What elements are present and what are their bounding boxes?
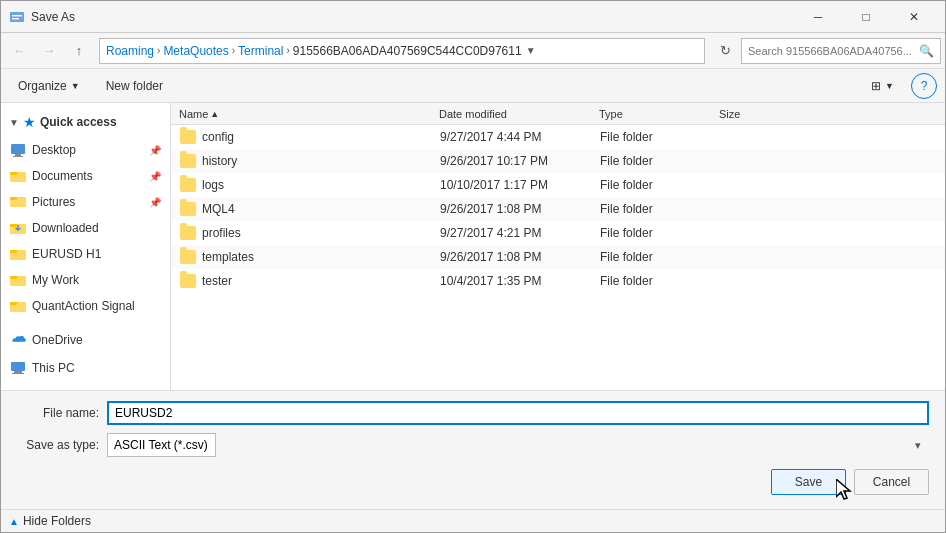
col-name-label: Name (179, 108, 208, 120)
mywork-folder-icon (10, 272, 26, 288)
table-row[interactable]: tester 10/4/2017 1:35 PM File folder (171, 269, 945, 293)
search-input[interactable] (748, 45, 919, 57)
eurusd-folder-icon (10, 246, 26, 262)
sidebar-thispc-label: This PC (32, 361, 161, 375)
folder-icon (180, 274, 196, 288)
table-row[interactable]: history 9/26/2017 10:17 PM File folder (171, 149, 945, 173)
dialog-icon (9, 9, 25, 25)
svg-rect-20 (12, 373, 24, 374)
sidebar-documents-label: Documents (32, 169, 143, 183)
col-name-header[interactable]: Name ▲ (179, 108, 439, 120)
file-date: 9/27/2017 4:44 PM (440, 130, 600, 144)
documents-pin-icon: 📌 (149, 171, 161, 182)
savetype-wrapper: ASCII Text (*.csv) (107, 433, 929, 457)
help-button[interactable]: ? (911, 73, 937, 99)
hide-folders-label: Hide Folders (23, 514, 91, 528)
file-type: File folder (600, 250, 720, 264)
breadcrumb-dropdown-icon[interactable]: ▼ (526, 45, 536, 56)
sidebar-item-pictures[interactable]: Pictures 📌 (1, 189, 170, 215)
forward-button[interactable]: → (35, 37, 63, 65)
maximize-button[interactable]: □ (843, 2, 889, 32)
table-row[interactable]: profiles 9/27/2017 4:21 PM File folder (171, 221, 945, 245)
file-name: tester (202, 274, 232, 288)
breadcrumb-guid[interactable]: 915566BA06ADA407569C544CC0D97611 (293, 44, 522, 58)
file-date: 9/26/2017 1:08 PM (440, 250, 600, 264)
organize-button[interactable]: Organize ▼ (9, 73, 89, 99)
breadcrumb-metaquotes[interactable]: MetaQuotes (163, 44, 228, 58)
sidebar-onedrive-label: OneDrive (32, 333, 161, 347)
organize-label: Organize (18, 79, 67, 93)
desktop-pin-icon: 📌 (149, 145, 161, 156)
folder-icon (180, 250, 196, 264)
file-pane: Name ▲ Date modified Type Size config 9/… (171, 103, 945, 390)
breadcrumb-roaming[interactable]: Roaming (106, 44, 154, 58)
file-list-header: Name ▲ Date modified Type Size (171, 103, 945, 125)
svg-rect-9 (10, 197, 17, 200)
breadcrumb-sep2: › (232, 45, 235, 56)
sidebar-item-mywork[interactable]: My Work (1, 267, 170, 293)
svg-rect-3 (11, 144, 25, 154)
table-row[interactable]: logs 10/10/2017 1:17 PM File folder (171, 173, 945, 197)
save-as-dialog: Save As ─ □ ✕ ← → ↑ Roaming › MetaQuotes… (0, 0, 946, 533)
file-type: File folder (600, 178, 720, 192)
pictures-icon (10, 194, 26, 210)
bottom-panel: File name: Save as type: ASCII Text (*.c… (1, 390, 945, 509)
file-type: File folder (600, 202, 720, 216)
table-row[interactable]: templates 9/26/2017 1:08 PM File folder (171, 245, 945, 269)
svg-rect-18 (11, 362, 25, 371)
hide-folders-chevron-icon: ▲ (9, 516, 19, 527)
file-type: File folder (600, 130, 720, 144)
up-button[interactable]: ↑ (65, 37, 93, 65)
file-date: 10/4/2017 1:35 PM (440, 274, 600, 288)
breadcrumb-terminal[interactable]: Terminal (238, 44, 283, 58)
col-type-header[interactable]: Type (599, 108, 719, 120)
cancel-button[interactable]: Cancel (854, 469, 929, 495)
quick-access-header[interactable]: ▼ ★ Quick access (1, 109, 170, 135)
svg-rect-2 (12, 18, 19, 20)
breadcrumb-sep1: › (157, 45, 160, 56)
form-buttons: Save Cancel (17, 465, 929, 499)
back-button[interactable]: ← (5, 37, 33, 65)
new-folder-label: New folder (106, 79, 163, 93)
col-date-header[interactable]: Date modified (439, 108, 599, 120)
filename-input[interactable] (107, 401, 929, 425)
search-box[interactable]: 🔍 (741, 38, 941, 64)
new-folder-button[interactable]: New folder (97, 73, 172, 99)
breadcrumb[interactable]: Roaming › MetaQuotes › Terminal › 915566… (99, 38, 705, 64)
sidebar-pictures-label: Pictures (32, 195, 143, 209)
onedrive-icon (10, 332, 26, 348)
table-row[interactable]: MQL4 9/26/2017 1:08 PM File folder (171, 197, 945, 221)
sidebar-quantaction-label: QuantAction Signal (32, 299, 161, 313)
sidebar-item-documents[interactable]: Documents 📌 (1, 163, 170, 189)
sidebar-item-eurusd[interactable]: EURUSD H1 (1, 241, 170, 267)
file-type: File folder (600, 274, 720, 288)
view-icon: ⊞ (871, 79, 881, 93)
svg-rect-0 (10, 12, 24, 22)
sidebar-item-quantaction[interactable]: QuantAction Signal (1, 293, 170, 319)
close-button[interactable]: ✕ (891, 2, 937, 32)
sidebar-item-thispc[interactable]: This PC (1, 355, 170, 381)
sidebar-item-downloaded[interactable]: Downloaded (1, 215, 170, 241)
organize-chevron: ▼ (71, 81, 80, 91)
savetype-select[interactable]: ASCII Text (*.csv) (107, 433, 216, 457)
view-button[interactable]: ⊞ ▼ (862, 73, 903, 99)
table-row[interactable]: config 9/27/2017 4:44 PM File folder (171, 125, 945, 149)
col-size-header[interactable]: Size (719, 108, 799, 120)
hide-folders-bar[interactable]: ▲ Hide Folders (1, 509, 945, 532)
navigation-toolbar: ← → ↑ Roaming › MetaQuotes › Terminal › … (1, 33, 945, 69)
sidebar-eurusd-label: EURUSD H1 (32, 247, 161, 261)
file-date: 9/26/2017 1:08 PM (440, 202, 600, 216)
folder-icon (180, 130, 196, 144)
col-type-label: Type (599, 108, 623, 120)
sidebar-item-desktop[interactable]: Desktop 📌 (1, 137, 170, 163)
minimize-button[interactable]: ─ (795, 2, 841, 32)
sidebar-item-onedrive[interactable]: OneDrive (1, 327, 170, 353)
save-button[interactable]: Save (771, 469, 846, 495)
organize-toolbar: Organize ▼ New folder ⊞ ▼ ? (1, 69, 945, 103)
main-area: ▼ ★ Quick access Desktop 📌 Documents (1, 103, 945, 390)
file-name: MQL4 (202, 202, 235, 216)
col-date-label: Date modified (439, 108, 507, 120)
folder-icon (180, 226, 196, 240)
quick-access-collapse-icon: ▼ (9, 117, 19, 128)
refresh-button[interactable]: ↻ (711, 37, 739, 65)
